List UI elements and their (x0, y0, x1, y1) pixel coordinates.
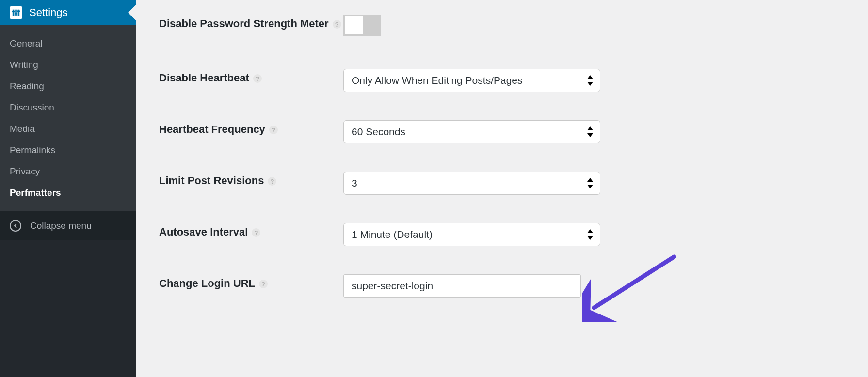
sidebar-item-label: Perfmatters (10, 188, 61, 198)
sidebar-item-label: Reading (10, 81, 44, 91)
svg-rect-3 (12, 11, 15, 12)
sidebar-item-media[interactable]: Media (0, 118, 136, 140)
row-disable-password-meter: Disable Password Strength Meter ? (159, 15, 845, 36)
select-heartbeat-frequency[interactable]: 60 Seconds (343, 120, 600, 143)
select-disable-heartbeat[interactable]: Only Allow When Editing Posts/Pages (343, 69, 600, 92)
collapse-menu-label: Collapse menu (30, 220, 92, 231)
sidebar-item-label: Writing (10, 60, 38, 70)
help-icon[interactable]: ? (269, 126, 278, 134)
select-arrows-icon (587, 178, 593, 188)
sidebar-item-label: Privacy (10, 166, 40, 176)
help-icon[interactable]: ? (253, 74, 262, 83)
help-icon[interactable]: ? (252, 228, 260, 237)
sidebar-item-perfmatters[interactable]: Perfmatters (0, 182, 136, 204)
sidebar-item-permalinks[interactable]: Permalinks (0, 140, 136, 161)
sidebar-item-label: Media (10, 124, 35, 134)
select-limit-post-revisions[interactable]: 3 (343, 172, 600, 195)
row-autosave-interval: Autosave Interval ? 1 Minute (Default) (159, 223, 845, 246)
admin-sidebar: Settings General Writing Reading Discuss… (0, 0, 136, 377)
label-change-login-url: Change Login URL ? (159, 274, 343, 290)
help-icon[interactable]: ? (268, 177, 276, 186)
select-value: 60 Seconds (352, 126, 405, 138)
row-disable-heartbeat: Disable Heartbeat ? Only Allow When Edit… (159, 69, 845, 92)
row-change-login-url: Change Login URL ? (159, 274, 845, 298)
label-heartbeat-frequency: Heartbeat Frequency ? (159, 120, 343, 136)
sidebar-item-discussion[interactable]: Discussion (0, 97, 136, 118)
select-autosave-interval[interactable]: 1 Minute (Default) (343, 223, 600, 246)
input-change-login-url[interactable] (343, 274, 581, 298)
label-disable-password-meter: Disable Password Strength Meter ? (159, 15, 343, 30)
select-value: 1 Minute (Default) (352, 229, 433, 240)
svg-rect-0 (13, 10, 15, 16)
toggle-disable-password-meter[interactable] (343, 15, 381, 36)
row-heartbeat-frequency: Heartbeat Frequency ? 60 Seconds (159, 120, 845, 143)
sidebar-header-label: Settings (29, 6, 68, 19)
select-arrows-icon (587, 126, 593, 137)
toggle-handle (345, 16, 363, 34)
sidebar-menu: General Writing Reading Discussion Media… (0, 25, 136, 211)
sidebar-item-privacy[interactable]: Privacy (0, 161, 136, 182)
select-arrows-icon (587, 75, 593, 86)
help-icon[interactable]: ? (259, 280, 268, 288)
sidebar-item-label: Permalinks (10, 145, 55, 155)
label-limit-post-revisions: Limit Post Revisions ? (159, 172, 343, 187)
sidebar-item-reading[interactable]: Reading (0, 76, 136, 97)
sidebar-item-label: Discussion (10, 102, 54, 112)
sidebar-item-general[interactable]: General (0, 33, 136, 54)
main-content: Disable Password Strength Meter ? Disabl… (136, 0, 868, 377)
label-autosave-interval: Autosave Interval ? (159, 223, 343, 238)
sidebar-item-writing[interactable]: Writing (0, 54, 136, 76)
select-value: Only Allow When Editing Posts/Pages (352, 75, 523, 86)
select-value: 3 (352, 177, 357, 189)
sidebar-item-label: General (10, 38, 43, 48)
row-limit-post-revisions: Limit Post Revisions ? 3 (159, 172, 845, 195)
settings-icon (10, 6, 22, 19)
help-icon[interactable]: ? (333, 20, 341, 29)
collapse-menu-button[interactable]: Collapse menu (0, 211, 136, 240)
collapse-icon (10, 220, 21, 232)
svg-rect-5 (17, 11, 20, 12)
select-arrows-icon (587, 229, 593, 240)
svg-rect-4 (15, 13, 17, 15)
label-disable-heartbeat: Disable Heartbeat ? (159, 69, 343, 84)
svg-rect-1 (15, 10, 17, 16)
sidebar-header-settings[interactable]: Settings (0, 0, 136, 25)
